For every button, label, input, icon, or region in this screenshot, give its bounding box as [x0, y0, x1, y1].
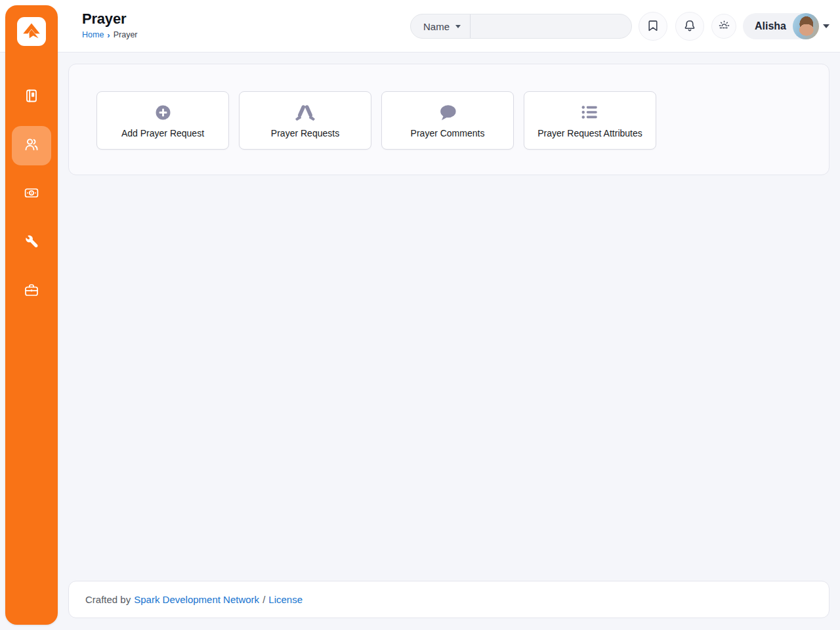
footer-separator: / [262, 594, 265, 605]
search-filter-button[interactable]: Name [411, 14, 470, 38]
card-label: Prayer Requests [271, 128, 339, 138]
theme-toggle-button[interactable] [711, 14, 736, 39]
toolbox-icon [24, 282, 39, 301]
user-menu[interactable]: Alisha [743, 13, 819, 39]
breadcrumb-home-link[interactable]: Home [82, 30, 104, 39]
card-label: Add Prayer Request [121, 128, 204, 138]
bookmark-button[interactable] [639, 12, 667, 41]
notifications-button[interactable] [675, 12, 704, 41]
prayer-shortcuts-panel: Add Prayer Request Prayer Requests [68, 64, 830, 175]
page-head: Prayer Home › Prayer [82, 10, 138, 39]
people-icon [24, 136, 39, 155]
user-name: Alisha [755, 20, 786, 32]
card-prayer-comments[interactable]: Prayer Comments [381, 91, 514, 150]
footer-crafted-by: Crafted by [85, 594, 131, 605]
card-prayer-requests[interactable]: Prayer Requests [239, 91, 371, 150]
card-label: Prayer Comments [411, 128, 485, 138]
breadcrumb-current: Prayer [114, 30, 138, 39]
app-screen: Prayer Home › Prayer Name [0, 0, 840, 630]
bookmark-icon [646, 18, 660, 35]
rock-logo[interactable] [17, 17, 46, 46]
sidebar-nav [12, 77, 51, 311]
spark-development-network-link[interactable]: Spark Development Network [134, 594, 259, 605]
sidebar-item-work[interactable] [12, 272, 51, 311]
sidebar-item-admin[interactable] [12, 223, 51, 262]
footer-card: Crafted by Spark Development Network / L… [68, 581, 830, 618]
card-prayer-request-attributes[interactable]: Prayer Request Attributes [524, 91, 656, 150]
avatar [793, 13, 819, 39]
book-icon [24, 88, 39, 106]
chevron-right-icon: › [107, 31, 110, 39]
smart-search: Name [410, 14, 632, 39]
sidebar-item-finance[interactable] [12, 175, 51, 214]
card-add-prayer-request[interactable]: Add Prayer Request [96, 91, 229, 150]
page-title: Prayer [82, 10, 138, 28]
list-icon [580, 102, 600, 122]
breadcrumb: Home › Prayer [82, 30, 138, 39]
sidebar-item-cms[interactable] [12, 77, 51, 117]
license-link[interactable]: License [268, 594, 303, 605]
bell-icon [682, 18, 697, 35]
top-bar: Prayer Home › Prayer Name [0, 0, 840, 52]
comment-icon [438, 102, 457, 122]
sun-horizon-icon [717, 18, 731, 34]
search-input[interactable] [471, 14, 631, 38]
money-icon [24, 185, 39, 203]
praying-hands-icon [294, 102, 316, 122]
sidebar-item-people[interactable] [12, 126, 51, 165]
circle-plus-icon [154, 102, 172, 122]
sidebar [5, 5, 58, 625]
search-filter-label: Name [423, 21, 450, 32]
chevron-down-icon [455, 25, 461, 28]
chevron-down-icon[interactable] [823, 24, 830, 28]
wrench-icon [24, 234, 39, 252]
card-label: Prayer Request Attributes [537, 128, 642, 138]
